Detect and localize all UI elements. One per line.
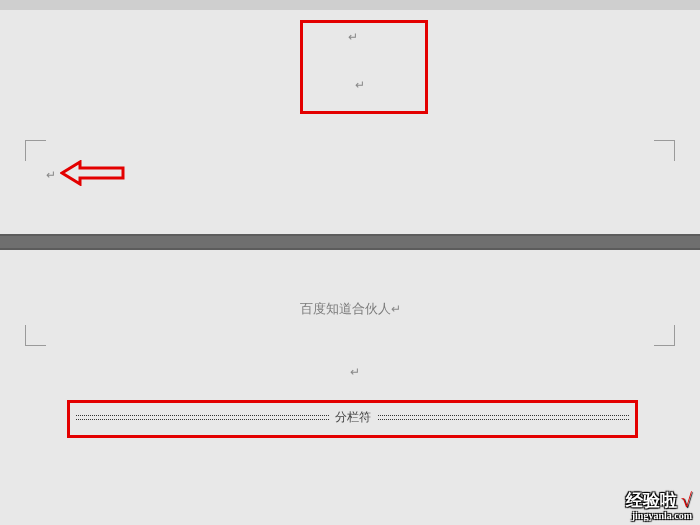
watermark-brand: 经验啦: [626, 492, 677, 509]
page-header-text: 百度知道合伙人↵: [0, 300, 700, 318]
annotation-arrow-left-icon: [60, 160, 125, 186]
checkmark-icon: √: [681, 489, 692, 511]
header-text-value: 百度知道合伙人: [300, 301, 391, 316]
margin-corner-top-right: [654, 325, 675, 346]
margin-corner-bottom-right: [654, 140, 675, 161]
column-break-text: 分栏符: [329, 410, 377, 424]
annotation-highlight-box-top: [300, 20, 428, 114]
page-2[interactable]: 百度知道合伙人↵ ↵ 分栏符: [0, 250, 700, 525]
paragraph-mark-icon: ↵: [350, 365, 360, 380]
paragraph-mark-icon: ↵: [348, 30, 358, 45]
page-gap: [0, 234, 700, 250]
annotation-highlight-box-column-break: 分栏符: [67, 400, 638, 438]
paragraph-mark-icon: ↵: [391, 302, 401, 316]
margin-corner-top-left: [25, 325, 46, 346]
watermark: 经验啦 √ jingyanla.com: [626, 490, 692, 521]
page-1[interactable]: ↵ ↵ ↵: [0, 10, 700, 234]
watermark-url: jingyanla.com: [626, 511, 692, 521]
margin-corner-bottom-left: [25, 140, 46, 161]
column-break-label: 分栏符: [70, 409, 635, 426]
paragraph-mark-icon: ↵: [355, 78, 365, 93]
document-editor-viewport: ↵ ↵ ↵ 百度知道合伙人↵ ↵ 分栏符 经验啦 √ j: [0, 0, 700, 525]
paragraph-mark-icon: ↵: [46, 168, 56, 183]
